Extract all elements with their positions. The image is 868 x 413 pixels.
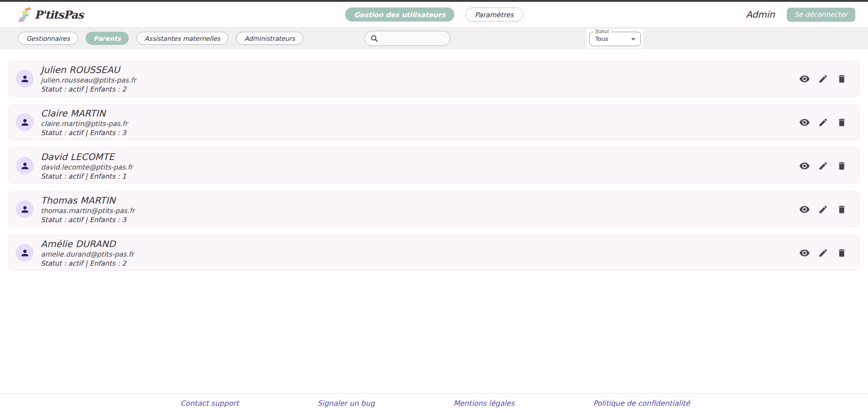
delete-user-button[interactable]	[836, 204, 847, 215]
status-filter[interactable]: Statut Tous	[587, 29, 643, 48]
avatar	[16, 157, 34, 175]
person-icon	[20, 74, 30, 84]
person-icon	[20, 248, 30, 258]
user-status-line: Statut : actif | Enfants : 2	[41, 85, 136, 93]
delete-icon	[837, 117, 847, 127]
search-box[interactable]	[364, 31, 451, 46]
view-user-button[interactable]	[799, 160, 810, 171]
user-actions	[799, 160, 847, 171]
logo[interactable]: P'titsPas	[18, 7, 83, 22]
user-email: david.lecomte@ptits-pas.fr	[41, 163, 133, 171]
delete-icon	[837, 74, 847, 84]
logo-text: P'titsPas	[34, 8, 83, 21]
current-user-label: Admin	[746, 9, 775, 20]
delete-user-button[interactable]	[836, 160, 847, 171]
user-list: Julien ROUSSEAU julien.rousseau@ptits-pa…	[8, 61, 860, 271]
user-row: Thomas MARTIN thomas.martin@ptits-pas.fr…	[8, 191, 860, 227]
tab-assistantes-maternelles[interactable]: Assistantes maternelles	[136, 32, 228, 45]
user-row: Claire MARTIN claire.martin@ptits-pas.fr…	[8, 104, 860, 140]
footer-link-contact-support[interactable]: Contact support	[180, 399, 239, 408]
logout-button[interactable]: Se déconnecter	[787, 8, 855, 22]
status-filter-label: Statut	[593, 29, 611, 34]
user-actions	[799, 248, 847, 258]
eye-icon	[799, 117, 810, 128]
edit-user-button[interactable]	[818, 117, 829, 128]
user-info: Claire MARTIN claire.martin@ptits-pas.fr…	[41, 108, 128, 137]
user-email: amelie.durand@ptits-pas.fr	[41, 250, 134, 258]
header-right: Admin Se déconnecter	[746, 8, 855, 22]
nav-gestion-des-utilisateurs[interactable]: Gestion des utilisateurs	[345, 8, 455, 22]
tab-gestionnaires[interactable]: Gestionnaires	[18, 32, 78, 45]
user-email: thomas.martin@ptits-pas.fr	[41, 207, 135, 215]
footer-link-politique-de-confidentialite[interactable]: Politique de confidentialité	[593, 399, 690, 408]
avatar	[16, 244, 34, 262]
person-icon	[20, 117, 30, 127]
avatar	[16, 70, 34, 87]
avatar	[16, 200, 34, 218]
user-actions	[799, 117, 847, 128]
status-filter-value: Tous	[595, 35, 608, 42]
user-name: David LECOMTE	[41, 151, 133, 162]
header: P'titsPas Gestion des utilisateursParamè…	[0, 2, 868, 27]
edit-icon	[818, 117, 828, 127]
edit-icon	[818, 161, 828, 171]
edit-icon	[818, 74, 828, 84]
footer-link-signaler-un-bug[interactable]: Signaler un bug	[317, 399, 374, 408]
view-user-button[interactable]	[799, 204, 810, 215]
filter-bar: GestionnairesParentsAssistantes maternel…	[0, 27, 868, 49]
user-status-line: Statut : actif | Enfants : 3	[41, 129, 128, 137]
edit-icon	[818, 204, 828, 214]
user-actions	[799, 204, 847, 215]
footer-link-mentions-legales[interactable]: Mentions légales	[453, 399, 514, 408]
user-row: David LECOMTE david.lecomte@ptits-pas.fr…	[8, 148, 860, 184]
view-user-button[interactable]	[799, 248, 810, 258]
nav-parametres[interactable]: Paramètres	[466, 8, 524, 22]
tab-parents[interactable]: Parents	[86, 32, 129, 45]
edit-user-button[interactable]	[818, 160, 829, 171]
footer: Contact supportSignaler un bugMentions l…	[0, 393, 868, 413]
user-row: Amélie DURAND amelie.durand@ptits-pas.fr…	[8, 235, 860, 271]
tab-administrateurs[interactable]: Administrateurs	[236, 32, 303, 45]
user-actions	[799, 73, 847, 84]
delete-user-button[interactable]	[836, 117, 847, 128]
user-email: julien.rousseau@ptits-pas.fr	[41, 76, 136, 84]
user-info: Julien ROUSSEAU julien.rousseau@ptits-pa…	[41, 64, 136, 93]
role-tabs: GestionnairesParentsAssistantes maternel…	[18, 32, 303, 45]
user-name: Julien ROUSSEAU	[41, 64, 136, 75]
delete-user-button[interactable]	[836, 73, 847, 84]
avatar	[16, 113, 34, 131]
user-name: Thomas MARTIN	[41, 195, 135, 206]
eye-icon	[799, 248, 810, 258]
user-info: David LECOMTE david.lecomte@ptits-pas.fr…	[41, 151, 133, 180]
eye-icon	[799, 73, 810, 84]
user-info: Thomas MARTIN thomas.martin@ptits-pas.fr…	[41, 195, 135, 224]
person-icon	[20, 161, 30, 171]
delete-icon	[837, 248, 847, 258]
user-name: Amélie DURAND	[41, 238, 134, 249]
view-user-button[interactable]	[799, 117, 810, 128]
delete-icon	[837, 161, 847, 171]
user-email: claire.martin@ptits-pas.fr	[41, 120, 128, 128]
eye-icon	[799, 160, 810, 171]
edit-user-button[interactable]	[818, 204, 829, 215]
user-name: Claire MARTIN	[41, 108, 128, 119]
person-icon	[20, 204, 30, 214]
dropdown-arrow-icon	[631, 38, 635, 40]
edit-user-button[interactable]	[818, 248, 829, 258]
logo-icon	[18, 7, 32, 22]
search-input[interactable]	[383, 35, 447, 42]
eye-icon	[799, 204, 810, 215]
edit-user-button[interactable]	[818, 73, 829, 84]
main-content: Julien ROUSSEAU julien.rousseau@ptits-pa…	[0, 49, 868, 393]
search-icon	[369, 33, 380, 44]
status-filter-box[interactable]: Statut Tous	[589, 32, 641, 46]
delete-user-button[interactable]	[836, 248, 847, 258]
user-status-line: Statut : actif | Enfants : 1	[41, 172, 133, 180]
edit-icon	[818, 248, 828, 258]
user-status-line: Statut : actif | Enfants : 2	[41, 259, 134, 267]
user-row: Julien ROUSSEAU julien.rousseau@ptits-pa…	[8, 61, 860, 97]
user-info: Amélie DURAND amelie.durand@ptits-pas.fr…	[41, 238, 134, 267]
user-status-line: Statut : actif | Enfants : 3	[41, 216, 135, 224]
view-user-button[interactable]	[799, 73, 810, 84]
delete-icon	[837, 204, 847, 214]
